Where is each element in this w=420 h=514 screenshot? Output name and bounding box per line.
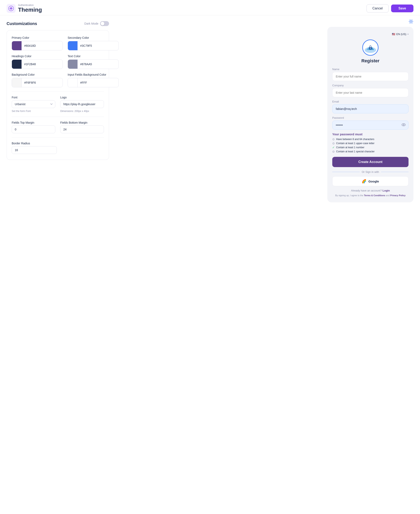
preview-register-title: Register (332, 58, 409, 64)
main-content: Customizations Dark Mode Primary Color (0, 15, 420, 208)
background-color-group: Background Color (12, 73, 63, 87)
input-fields-bg-color-value[interactable] (78, 81, 119, 84)
fields-bottom-margin-label: Fields Bottom Margin (60, 121, 104, 124)
primary-color-input-row (12, 41, 63, 50)
already-account: Already have an account? Login (332, 189, 409, 192)
chevron-down-icon: ▾ (407, 33, 409, 35)
logo-input[interactable] (60, 100, 104, 108)
svg-line-14 (409, 23, 410, 23)
rule-icon-1: ⊙ (332, 137, 335, 141)
flag-icon: 🇺🇸 (392, 33, 395, 36)
or-line-left (332, 172, 360, 172)
company-label: Company (332, 84, 409, 87)
background-color-input-row (12, 78, 63, 87)
fields-top-margin-group: Fields Top Margin (12, 121, 55, 133)
svg-point-3 (12, 8, 13, 9)
svg-point-21 (370, 45, 374, 47)
or-line-right (381, 172, 409, 172)
font-hint: Set the form Font (12, 110, 55, 113)
background-color-label: Background Color (12, 73, 63, 76)
password-wrapper (332, 121, 409, 129)
primary-color-label: Primary Color (12, 36, 63, 39)
text-color-group: Text Color (68, 54, 119, 69)
google-signin-button[interactable]: 🌈 Google (332, 176, 409, 186)
or-signin-label: Or Sign in with (362, 170, 379, 174)
text-color-label: Text Color (68, 54, 119, 58)
header-actions: Cancel Save (367, 4, 413, 13)
headings-color-input-row (12, 60, 63, 69)
or-signin-divider: Or Sign in with (332, 170, 409, 174)
svg-point-24 (402, 124, 405, 126)
headings-color-label: Headings Color (12, 54, 63, 58)
secondary-color-swatch[interactable] (68, 41, 78, 50)
rule-icon-3: ✓ (332, 146, 335, 149)
headings-color-group: Headings Color (12, 54, 63, 69)
primary-color-value[interactable] (22, 44, 62, 47)
preview-form: Name Company Email Password (332, 68, 409, 197)
password-rule-4: ⊙ Contain at least 1 special character (332, 150, 409, 153)
fields-bottom-margin-group: Fields Bottom Margin (60, 121, 104, 133)
login-link[interactable]: Login (382, 189, 390, 192)
svg-line-12 (412, 23, 412, 23)
background-color-swatch[interactable] (12, 78, 22, 87)
app-logo (362, 39, 379, 56)
password-rule-1: ⊙ Have between 8 and 64 characters (332, 137, 409, 141)
svg-point-23 (370, 48, 371, 49)
logo-hint: Dimensions: 200px x 40px (60, 110, 104, 113)
background-color-value[interactable] (22, 81, 62, 84)
border-radius-input[interactable] (12, 146, 57, 154)
header-left: Authentication Theming (7, 4, 42, 13)
headings-color-value[interactable] (22, 62, 62, 66)
text-color-swatch[interactable] (68, 60, 78, 69)
language-selector[interactable]: 🇺🇸 EN (US) ▾ (332, 33, 409, 36)
name-input[interactable] (332, 72, 409, 81)
fields-bottom-margin-input[interactable] (60, 126, 104, 133)
company-input[interactable] (332, 88, 409, 97)
text-color-value[interactable] (78, 62, 119, 66)
rule-icon-4: ⊙ (332, 150, 335, 153)
already-account-text: Already have an account? (351, 189, 382, 192)
font-group: Font Urbanist Inter Roboto Set the form … (12, 96, 55, 113)
logo-label: Logo (60, 96, 104, 99)
svg-line-11 (409, 20, 410, 20)
name-label: Name (332, 68, 409, 71)
customizations-card: Primary Color Secondary Color Headings C… (7, 30, 109, 160)
privacy-link[interactable]: Privacy Policy (390, 194, 406, 197)
google-label: Google (368, 180, 379, 183)
rule-text-4: Contain at least 1 special character (336, 150, 375, 153)
language-label: EN (US) (397, 33, 406, 36)
svg-point-6 (410, 21, 412, 22)
rule-text-1: Have between 8 and 64 characters (336, 138, 374, 141)
password-rule-2: ⊙ Contain at least 1 upper-case letter (332, 142, 409, 145)
headings-color-swatch[interactable] (12, 60, 22, 69)
svg-point-1 (10, 8, 12, 9)
preview-logo-container (332, 39, 409, 56)
dark-mode-toggle[interactable]: Dark Mode (84, 21, 109, 26)
margin-grid: Fields Top Margin Fields Bottom Margin (12, 121, 104, 133)
password-input[interactable] (332, 121, 409, 129)
text-color-input-row (68, 60, 119, 69)
password-eye-icon[interactable] (402, 123, 406, 127)
rule-icon-2: ⊙ (332, 142, 335, 145)
cancel-button[interactable]: Cancel (367, 4, 389, 13)
secondary-color-value[interactable] (78, 44, 119, 47)
terms-link[interactable]: Terms & Conditions (364, 194, 385, 197)
header-title-group: Authentication Theming (18, 4, 42, 13)
input-fields-bg-color-swatch[interactable] (68, 78, 78, 87)
save-button[interactable]: Save (391, 5, 413, 12)
svg-point-4 (11, 7, 11, 8)
right-panel: 🇺🇸 EN (US) ▾ (116, 21, 413, 202)
font-select[interactable]: Urbanist Inter Roboto (12, 100, 55, 108)
primary-color-swatch[interactable] (12, 41, 22, 50)
rule-text-2: Contain at least 1 upper-case letter (336, 142, 375, 145)
email-label: Email (332, 100, 409, 103)
toggle-thumb (101, 22, 104, 25)
toggle-switch[interactable] (100, 21, 109, 26)
input-fields-bg-color-group: Input Fields Background Color (68, 73, 119, 87)
email-input[interactable] (332, 104, 409, 113)
terms-and: and (386, 194, 390, 197)
fields-top-margin-input[interactable] (12, 126, 55, 133)
company-field: Company (332, 84, 409, 97)
dark-mode-label: Dark Mode (84, 22, 98, 25)
create-account-button[interactable]: Create Account (332, 157, 409, 167)
